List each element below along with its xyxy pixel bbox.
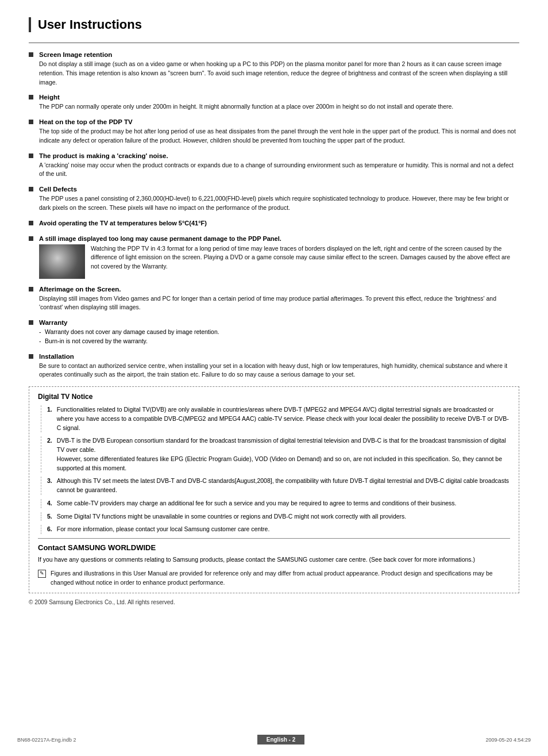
- contact-text: If you have any questions or comments re…: [38, 555, 510, 565]
- digital-tv-item-4: 4. Some cable-TV providers may charge an…: [41, 499, 510, 508]
- item-number: 6.: [47, 525, 52, 534]
- section-afterimage: Afterimage on the Screen. Displaying sti…: [29, 286, 519, 313]
- section-content: Avoid operating the TV at temperatures b…: [39, 220, 519, 228]
- section-content: Afterimage on the Screen. Displaying sti…: [39, 286, 519, 313]
- page-number-badge: English - 2: [257, 735, 305, 745]
- section-heading: A still image displayed too long may cau…: [39, 235, 519, 242]
- bullet-icon: [29, 221, 33, 225]
- section-text: A 'cracking' noise may occur when the pr…: [39, 161, 519, 179]
- section-still-image: A still image displayed too long may cau…: [29, 235, 519, 279]
- digital-tv-item-1: 1. Functionalities related to Digital TV…: [41, 405, 510, 432]
- section-text: Displaying still images from Video games…: [39, 294, 519, 313]
- section-content: Installation Be sure to contact an autho…: [39, 353, 519, 380]
- section-heading: Heat on the top of the PDP TV: [39, 118, 519, 125]
- section-content: Heat on the top of the PDP TV The top si…: [39, 118, 519, 145]
- bullet-icon: [29, 95, 33, 99]
- section-text: The top side of the product may be hot a…: [39, 127, 519, 145]
- copyright-text: © 2009 Samsung Electronics Co., Ltd. All…: [29, 599, 519, 605]
- section-heading: Installation: [39, 353, 519, 360]
- section-content: A still image displayed too long may cau…: [39, 235, 519, 279]
- bullet-icon: [29, 236, 33, 241]
- footer-left: BN68-02217A-Eng.indb 2: [17, 737, 76, 743]
- section-heading: Screen Image retention: [39, 51, 519, 58]
- item-number: 5.: [47, 512, 52, 521]
- bullet-icon: [29, 354, 33, 359]
- note-icon: ✎: [38, 570, 46, 578]
- section-heading: Warranty: [39, 319, 519, 326]
- bullet-icon: [29, 287, 33, 291]
- section-heading: Cell Defects: [39, 186, 519, 193]
- bullet-icon: [29, 187, 33, 191]
- item-text: Some Digital TV functions might be unava…: [57, 512, 407, 521]
- bullet-icon: [29, 52, 33, 57]
- section-cracking: The product is making a 'cracking' noise…: [29, 152, 519, 179]
- digital-tv-item-3: 3. Although this TV set meets the latest…: [41, 477, 510, 495]
- section-content: Warranty Warranty does not cover any dam…: [39, 319, 519, 346]
- section-heading: Afterimage on the Screen.: [39, 286, 519, 293]
- page-title-section: User Instructions: [29, 17, 519, 32]
- item-text: Although this TV set meets the latest DV…: [57, 477, 510, 495]
- item-text: Functionalities related to Digital TV(DV…: [57, 405, 510, 432]
- section-screen-image-retention: Screen Image retention Do not display a …: [29, 51, 519, 87]
- still-image-container: Watching the PDP TV in 4:3 format for a …: [39, 244, 519, 279]
- digital-tv-item-6: 6. For more information, please contact …: [41, 525, 510, 534]
- page-footer: BN68-02217A-Eng.indb 2 English - 2 2009-…: [0, 735, 548, 745]
- warranty-item-1: Warranty does not cover any damage cause…: [39, 328, 519, 337]
- section-installation: Installation Be sure to contact an autho…: [29, 353, 519, 380]
- bullet-icon: [29, 153, 33, 158]
- item-text: Some cable-TV providers may charge an ad…: [57, 499, 457, 508]
- item-text: For more information, please contact you…: [57, 525, 270, 534]
- digital-tv-list: 1. Functionalities related to Digital TV…: [38, 405, 510, 534]
- section-content: Cell Defects The PDP uses a panel consis…: [39, 186, 519, 213]
- section-cell-defects: Cell Defects The PDP uses a panel consis…: [29, 186, 519, 213]
- item-number: 2.: [47, 436, 52, 446]
- section-heading: Avoid operating the TV at temperatures b…: [39, 220, 519, 227]
- section-heading: Height: [39, 94, 519, 101]
- footer-right: 2009-05-20 4:54:29: [485, 737, 531, 743]
- digital-tv-item-5: 5. Some Digital TV functions might be un…: [41, 512, 510, 521]
- section-heat: Heat on the top of the PDP TV The top si…: [29, 118, 519, 145]
- section-text: The PDP can normally operate only under …: [39, 102, 519, 112]
- note-row: ✎ Figures and illustrations in this User…: [38, 569, 510, 588]
- section-height: Height The PDP can normally operate only…: [29, 94, 519, 112]
- item-number: 4.: [47, 499, 52, 508]
- item-text: DVB-T is the DVB European consortium sta…: [57, 436, 510, 473]
- section-text: Watching the PDP TV in 4:3 format for a …: [91, 244, 519, 271]
- item-number: 3.: [47, 477, 52, 486]
- section-heading: The product is making a 'cracking' noise…: [39, 152, 519, 159]
- digital-tv-title: Digital TV Notice: [38, 393, 510, 401]
- section-content: Screen Image retention Do not display a …: [39, 51, 519, 87]
- warranty-item-2: Burn-in is not covered by the warranty.: [39, 337, 519, 346]
- contact-title: Contact SAMSUNG WORLDWIDE: [38, 543, 510, 552]
- digital-tv-item-2: 2. DVB-T is the DVB European consortium …: [41, 436, 510, 473]
- page-title: User Instructions: [38, 17, 142, 32]
- section-text: Be sure to contact an authorized service…: [39, 362, 519, 380]
- note-text: Figures and illustrations in this User M…: [51, 569, 510, 588]
- warranty-list: Warranty does not cover any damage cause…: [39, 328, 519, 346]
- item-number: 1.: [47, 405, 52, 415]
- contact-section: Contact SAMSUNG WORLDWIDE If you have an…: [38, 538, 510, 587]
- section-warranty: Warranty Warranty does not cover any dam…: [29, 319, 519, 346]
- section-content: Height The PDP can normally operate only…: [39, 94, 519, 112]
- still-image-thumbnail: [39, 244, 85, 279]
- dashed-box: Digital TV Notice 1. Functionalities rel…: [29, 386, 519, 593]
- bullet-icon: [29, 120, 33, 124]
- section-text: The PDP uses a panel consisting of 2,360…: [39, 194, 519, 213]
- title-divider: [29, 43, 519, 43]
- section-avoid-temp: Avoid operating the TV at temperatures b…: [29, 220, 519, 228]
- section-content: The product is making a 'cracking' noise…: [39, 152, 519, 179]
- bullet-icon: [29, 320, 33, 325]
- section-text: Do not display a still image (such as on…: [39, 60, 519, 87]
